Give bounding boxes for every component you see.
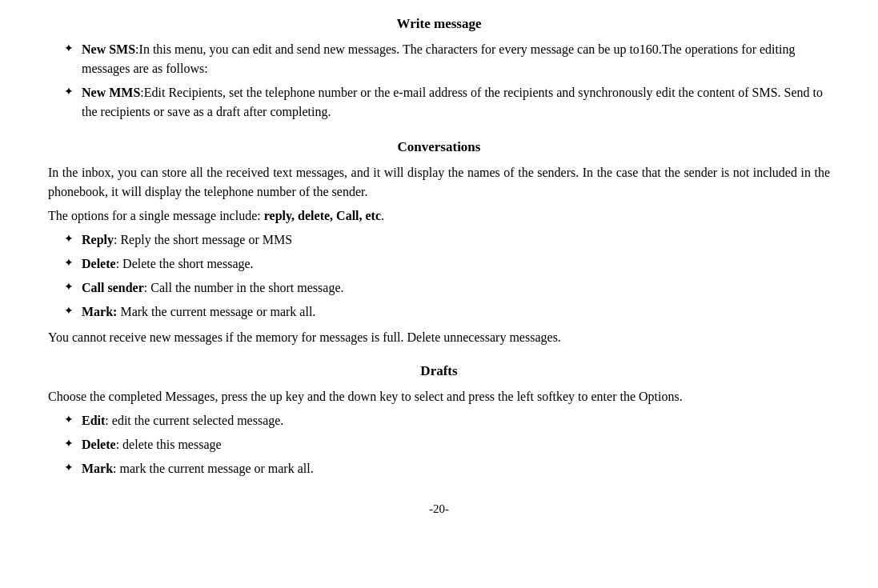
drafts-mark-label: Mark [82,462,113,475]
write-message-title: Write message [48,16,830,32]
drafts-para: Choose the completed Messages, press the… [48,387,830,406]
conversations-footer: You cannot receive new messages if the m… [48,328,830,347]
bullet-diamond-9: ✦ [64,461,74,474]
drafts-list: ✦ Edit: edit the current selected messag… [48,411,830,478]
new-sms-label: New SMS [82,42,135,56]
drafts-mark-body: : mark the current message or mark all. [113,462,314,475]
conversations-list: ✦ Reply: Reply the short message or MMS … [48,230,830,322]
mark-item: ✦ Mark: Mark the current message or mark… [48,302,830,322]
conversations-para2-bold: reply, delete, Call, etc [264,209,381,222]
reply-text: Reply: Reply the short message or MMS [82,230,830,250]
new-mms-label: New MMS [82,86,140,99]
drafts-delete-label: Delete [82,438,116,451]
new-sms-body: :In this menu, you can edit and send new… [82,42,795,75]
call-sender-text: Call sender: Call the number in the shor… [82,278,830,298]
reply-item: ✦ Reply: Reply the short message or MMS [48,230,830,250]
new-sms-text: New SMS:In this menu, you can edit and s… [82,40,830,78]
call-sender-item: ✦ Call sender: Call the number in the sh… [48,278,830,298]
conversations-title: Conversations [48,139,830,155]
reply-label: Reply [82,233,114,246]
bullet-diamond-6: ✦ [64,304,74,318]
bullet-diamond-4: ✦ [64,256,74,270]
conversations-para1: In the inbox, you can store all the rece… [48,163,830,202]
page-content: Write message ✦ New SMS:In this menu, yo… [48,16,830,516]
new-mms-item: ✦ New MMS:Edit Recipients, set the telep… [48,83,830,122]
bullet-diamond-7: ✦ [64,413,74,426]
bullet-diamond-1: ✦ [64,42,74,55]
call-sender-body: : Call the number in the short message. [144,281,344,294]
bullet-diamond-5: ✦ [64,280,74,294]
conversations-para2-prefix: The options for a single message include… [48,209,264,222]
delete-item: ✦ Delete: Delete the short message. [48,254,830,274]
conversations-para2-suffix: . [381,209,384,222]
page-number: -20- [48,502,830,516]
edit-item: ✦ Edit: edit the current selected messag… [48,411,830,430]
edit-text: Edit: edit the current selected message. [82,411,830,430]
new-sms-item: ✦ New SMS:In this menu, you can edit and… [48,40,830,78]
edit-label: Edit [82,414,105,427]
drafts-mark-text: Mark: mark the current message or mark a… [82,459,830,478]
drafts-mark-item: ✦ Mark: mark the current message or mark… [48,459,830,478]
mark-text: Mark: Mark the current message or mark a… [82,302,830,322]
drafts-title: Drafts [48,363,830,379]
drafts-delete-item: ✦ Delete: delete this message [48,435,830,454]
delete-label: Delete [82,257,116,270]
reply-body: : Reply the short message or MMS [114,233,292,246]
mark-body: Mark the current message or mark all. [117,305,315,318]
new-mms-text: New MMS:Edit Recipients, set the telepho… [82,83,830,122]
bullet-diamond-2: ✦ [64,85,74,98]
write-message-list: ✦ New SMS:In this menu, you can edit and… [48,40,830,122]
conversations-para2: The options for a single message include… [48,206,830,226]
new-mms-body: :Edit Recipients, set the telephone numb… [82,86,823,118]
drafts-delete-body: : delete this message [116,438,222,451]
call-sender-label: Call sender [82,281,144,294]
delete-body: : Delete the short message. [116,257,254,270]
delete-text: Delete: Delete the short message. [82,254,830,274]
bullet-diamond-3: ✦ [64,232,74,246]
bullet-diamond-8: ✦ [64,437,74,450]
mark-label: Mark: [82,305,117,318]
edit-body: : edit the current selected message. [105,414,283,427]
drafts-delete-text: Delete: delete this message [82,435,830,454]
